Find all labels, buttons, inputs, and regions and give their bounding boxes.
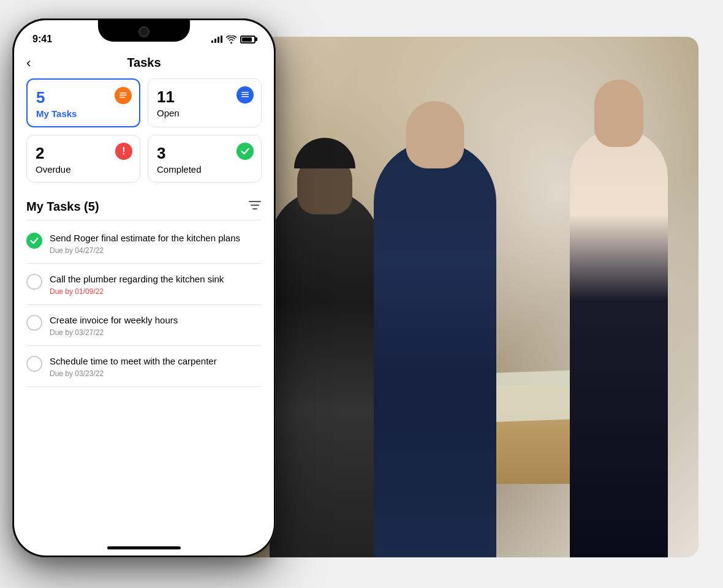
svg-rect-4 bbox=[241, 94, 249, 96]
completed-label: Completed bbox=[157, 164, 252, 175]
signal-bar-2 bbox=[214, 39, 216, 43]
task-checkbox-4[interactable] bbox=[26, 356, 42, 372]
person-left bbox=[270, 190, 380, 557]
task-item: Call the plumber regarding the kitchen s… bbox=[26, 264, 262, 305]
stat-card-my-tasks[interactable]: 5 My Tasks bbox=[26, 78, 140, 127]
task-title-2: Call the plumber regarding the kitchen s… bbox=[50, 273, 262, 285]
open-icon bbox=[237, 86, 254, 104]
overdue-label: Overdue bbox=[36, 164, 131, 175]
home-indicator bbox=[107, 546, 181, 549]
task-list: Send Roger final estimate for the kitche… bbox=[26, 223, 262, 387]
task-due-3: Due by 03/27/22 bbox=[50, 328, 262, 337]
task-checkbox-2[interactable] bbox=[26, 274, 42, 290]
task-title-3: Create invoice for weekly hours bbox=[50, 314, 262, 326]
phone-wrapper: 9:41 bbox=[12, 18, 276, 557]
stat-card-completed[interactable]: 3 Completed bbox=[148, 135, 262, 183]
signal-bar-3 bbox=[218, 37, 219, 43]
my-tasks-icon bbox=[115, 87, 132, 104]
task-content-1: Send Roger final estimate for the kitche… bbox=[50, 232, 262, 255]
open-label: Open bbox=[157, 108, 252, 118]
svg-rect-1 bbox=[119, 95, 127, 96]
svg-rect-0 bbox=[119, 92, 127, 94]
task-due-1: Due by 04/27/22 bbox=[50, 246, 262, 255]
stats-grid: 5 My Tasks bbox=[26, 78, 262, 183]
svg-rect-5 bbox=[241, 96, 249, 97]
svg-rect-2 bbox=[119, 97, 125, 98]
task-title-4: Schedule time to meet with the carpenter bbox=[50, 355, 262, 368]
task-item: Send Roger final estimate for the kitche… bbox=[26, 223, 262, 264]
task-item: Create invoice for weekly hours Due by 0… bbox=[26, 305, 262, 346]
person-right bbox=[570, 129, 668, 557]
overdue-icon: ! bbox=[115, 143, 132, 160]
section-header: My Tasks (5) bbox=[26, 192, 262, 221]
task-content-4: Schedule time to meet with the carpenter… bbox=[50, 355, 262, 378]
signal-bar-1 bbox=[211, 40, 213, 43]
task-checkbox-1[interactable] bbox=[26, 233, 42, 249]
signal-bar-4 bbox=[221, 36, 222, 43]
my-tasks-label: My Tasks bbox=[36, 108, 131, 119]
task-due-4: Due by 03/23/22 bbox=[50, 369, 262, 378]
status-time: 9:41 bbox=[32, 34, 52, 45]
filter-icon[interactable] bbox=[248, 200, 262, 214]
task-content-2: Call the plumber regarding the kitchen s… bbox=[50, 273, 262, 296]
header-title: Tasks bbox=[127, 56, 161, 70]
phone-frame: 9:41 bbox=[12, 18, 276, 557]
task-title-1: Send Roger final estimate for the kitche… bbox=[50, 232, 262, 244]
signal-bars-icon bbox=[211, 36, 222, 43]
person-middle bbox=[374, 141, 496, 557]
app-content: ‹ Tasks 5 My Tasks bbox=[14, 51, 274, 387]
stat-card-open[interactable]: 11 Open bbox=[148, 78, 262, 127]
stat-card-overdue[interactable]: 2 Overdue ! bbox=[26, 135, 140, 183]
task-item: Schedule time to meet with the carpenter… bbox=[26, 346, 262, 387]
section-title: My Tasks (5) bbox=[26, 200, 99, 214]
wifi-icon bbox=[226, 36, 237, 43]
task-checkbox-3[interactable] bbox=[26, 315, 42, 331]
back-button[interactable]: ‹ bbox=[26, 55, 31, 71]
task-content-3: Create invoice for weekly hours Due by 0… bbox=[50, 314, 262, 337]
phone-screen: 9:41 bbox=[14, 20, 274, 556]
status-icons bbox=[211, 36, 256, 43]
battery-fill bbox=[242, 37, 252, 42]
task-due-2: Due by 01/09/22 bbox=[50, 287, 262, 296]
svg-rect-3 bbox=[241, 92, 249, 93]
app-header: ‹ Tasks bbox=[26, 51, 262, 78]
battery-icon bbox=[240, 36, 256, 43]
scene: 9:41 bbox=[25, 18, 698, 570]
phone-notch bbox=[98, 20, 190, 42]
background-photo bbox=[233, 37, 698, 557]
completed-icon bbox=[237, 143, 254, 160]
